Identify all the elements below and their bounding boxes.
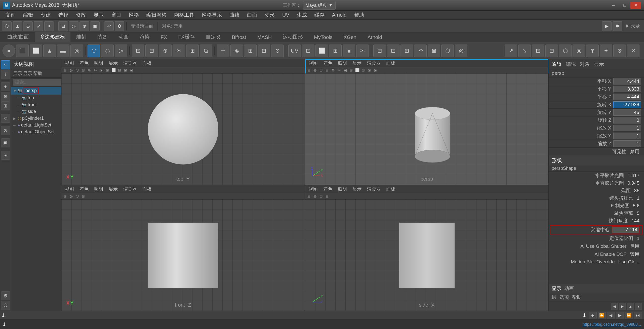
extrude[interactable]: ⊞ xyxy=(132,45,144,57)
vp-side-btn-3[interactable]: ⬡ xyxy=(318,193,324,199)
tab-render[interactable]: 渲染 xyxy=(134,32,155,42)
attr-input-sy[interactable] xyxy=(613,133,641,139)
create-plane[interactable]: ▬ xyxy=(57,45,69,57)
tab-mytools[interactable]: MyTools xyxy=(309,33,338,42)
bp-menu-layer[interactable]: 层 xyxy=(552,294,556,301)
tab-rig[interactable]: 装备 xyxy=(92,32,113,42)
vp-top-menu-lighting[interactable]: 照明 xyxy=(92,60,105,67)
minimize-button[interactable]: ─ xyxy=(608,2,619,9)
tool-extra-2[interactable]: ⊡ xyxy=(387,45,399,57)
menu-display[interactable]: 显示 xyxy=(90,11,107,19)
vp-side-menu-renderer[interactable]: 渲染器 xyxy=(365,186,383,193)
vp-side-menu-show[interactable]: 显示 xyxy=(350,186,364,193)
step-fwd-btn[interactable]: ⏩ xyxy=(625,312,633,319)
vp-persp-btn-2[interactable]: ◎ xyxy=(312,67,318,73)
vp-side-menu-lighting[interactable]: 照明 xyxy=(336,186,349,193)
rotate-tool-btn[interactable]: ⊕ xyxy=(1,92,10,101)
bp-tab-display[interactable]: 显示 xyxy=(552,285,561,292)
vp-persp-btn-11[interactable]: ⊠ xyxy=(367,67,372,73)
menu-cache[interactable]: 缓存 xyxy=(311,11,328,19)
menu-select[interactable]: 选择 xyxy=(55,11,72,19)
vp-persp-btn-3[interactable]: ⬡ xyxy=(318,67,324,73)
vp-persp-menu-show[interactable]: 显示 xyxy=(350,60,364,67)
vp-top-btn-6[interactable]: ✂ xyxy=(93,67,98,73)
vp-front-menu-panel[interactable]: 面板 xyxy=(140,186,153,193)
vp-top-btn-11[interactable]: ⊠ xyxy=(123,67,128,73)
attr-input-tz[interactable] xyxy=(613,94,641,100)
vp-top-btn-7[interactable]: ▣ xyxy=(99,67,104,73)
outliner-menu-show[interactable]: 展示 xyxy=(13,70,22,76)
play-back-btn[interactable]: ◀ xyxy=(607,312,615,319)
snap-to-proj-btn[interactable]: ◈ xyxy=(1,151,10,160)
tool-extra-5[interactable]: ⊠ xyxy=(428,45,440,57)
tab-curve-surface[interactable]: 曲线/曲面 xyxy=(2,32,34,42)
unfold[interactable]: ⊞ xyxy=(329,45,342,57)
mirror[interactable]: ⊣ xyxy=(217,45,229,57)
create-cylinder[interactable]: ⬜ xyxy=(30,45,42,57)
outliner-menu-display[interactable]: 显示 xyxy=(23,70,32,76)
outliner-item-persp[interactable]: ▼ 📷 persp xyxy=(11,87,61,95)
vp-side-menu-panel[interactable]: 面板 xyxy=(384,186,397,193)
soft-select-btn[interactable]: ⟲ xyxy=(1,114,10,123)
vp-top-btn-2[interactable]: ◎ xyxy=(68,67,74,73)
smooth[interactable]: ◈ xyxy=(230,45,243,57)
outliner-item-objectset[interactable]: ─ ● defaultObjectSet xyxy=(11,129,61,135)
vp-persp-btn-8[interactable]: ⊞ xyxy=(348,67,354,73)
bp-next-btn[interactable]: ▶ xyxy=(619,303,626,310)
menu-window[interactable]: 窗口 xyxy=(108,11,125,19)
menu-curves[interactable]: 曲线 xyxy=(226,11,243,19)
layout-uvs[interactable]: ▣ xyxy=(343,45,355,57)
vp-top-menu-renderer[interactable]: 渲染器 xyxy=(121,60,139,67)
tab-fx[interactable]: FX xyxy=(155,33,173,42)
paint-select[interactable]: ⌲ xyxy=(115,45,127,57)
tool-transform[interactable]: ✦ xyxy=(44,21,54,31)
offset-edge-loop[interactable]: ⧉ xyxy=(200,45,212,57)
tab-polygon-modeling[interactable]: 多边形建模 xyxy=(35,32,70,42)
attr-input-rx[interactable] xyxy=(613,101,641,108)
tool-extra-6[interactable]: ⬡ xyxy=(441,45,454,57)
vp-persp-menu-view[interactable]: 视图 xyxy=(307,60,320,67)
vp-top-menu-view[interactable]: 视图 xyxy=(63,60,76,67)
vp-persp-btn-6[interactable]: ✂ xyxy=(336,67,342,73)
rp-tab-object[interactable]: 对象 xyxy=(580,61,590,68)
vp-front-menu-shading[interactable]: 着色 xyxy=(77,186,91,193)
vp-top-btn-4[interactable]: ⊟ xyxy=(80,67,86,73)
rp-tab-channels[interactable]: 通道 xyxy=(552,61,562,68)
tool-extra-4[interactable]: ⟲ xyxy=(414,45,427,57)
multi-cut[interactable]: ✂ xyxy=(173,45,185,57)
bp-tab-animation[interactable]: 动画 xyxy=(564,285,574,292)
menu-mesh-display[interactable]: 网格显示 xyxy=(198,11,225,19)
tab-bifrost[interactable]: Bifrost xyxy=(227,33,252,42)
tool-move[interactable]: ⊞ xyxy=(13,21,22,31)
bp-collapse-btn[interactable]: ▼ xyxy=(635,303,642,310)
tool-extra-1[interactable]: ⊟ xyxy=(373,45,386,57)
create-sphere[interactable]: ● xyxy=(3,45,15,57)
menu-surfaces[interactable]: 曲面 xyxy=(244,11,261,19)
bp-expand-btn[interactable]: ▲ xyxy=(627,303,634,310)
create-torus[interactable]: ◎ xyxy=(70,45,83,57)
vp-persp-menu-lighting[interactable]: 照明 xyxy=(336,60,349,67)
vp-front-btn-3[interactable]: ⬡ xyxy=(74,193,80,199)
vp-front-btn-2[interactable]: ◎ xyxy=(68,193,74,199)
play-start-btn[interactable]: ⏮ xyxy=(589,312,597,319)
vp-top-menu-shading[interactable]: 着色 xyxy=(77,60,91,67)
vp-top-btn-1[interactable]: ⊞ xyxy=(62,67,68,73)
region-select-btn[interactable]: ▣ xyxy=(1,138,10,147)
play-end-btn[interactable]: ⏭ xyxy=(634,312,642,319)
menu-deform[interactable]: 变形 xyxy=(261,11,278,19)
bridge[interactable]: ⊟ xyxy=(145,45,158,57)
rp-tab-edit[interactable]: 编辑 xyxy=(566,61,576,68)
snap-right-2[interactable]: ↘ xyxy=(518,45,531,57)
maximize-button[interactable]: □ xyxy=(619,2,630,9)
paint-select-btn[interactable]: ⤴ xyxy=(1,70,10,79)
vp-persp-menu-renderer[interactable]: 渲染器 xyxy=(365,60,383,67)
vp-persp-btn-12[interactable]: ◉ xyxy=(373,67,378,73)
play-fwd-btn[interactable]: ▶ xyxy=(616,312,624,319)
vp-front-menu-renderer[interactable]: 渲染器 xyxy=(121,186,139,193)
vp-persp-menu-panel[interactable]: 面板 xyxy=(384,60,397,67)
combine[interactable]: ⊞ xyxy=(244,45,257,57)
vp-side-btn-2[interactable]: ◎ xyxy=(312,193,318,199)
lasso-select[interactable]: ◌ xyxy=(101,45,114,57)
vp-persp-menu-shading[interactable]: 着色 xyxy=(321,60,334,67)
planar-map[interactable]: ⊡ xyxy=(302,45,314,57)
